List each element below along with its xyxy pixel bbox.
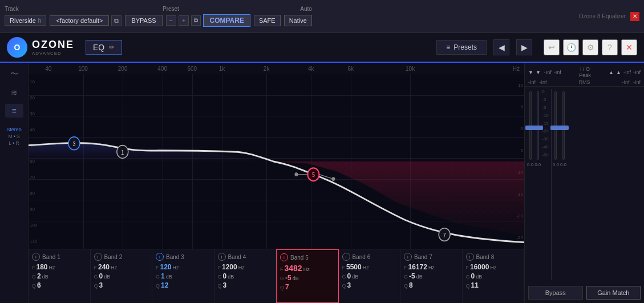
band-6-q: Q 3 [342,281,397,289]
band-6-item: i Band 6 F 5500 Hz G 0 dB Q 3 [339,249,401,303]
logo-icon: O [7,37,27,58]
prev-preset-button[interactable]: ◀ [493,39,509,55]
band-3-header: i Band 3 [156,253,210,261]
band-3-gain-val[interactable]: 1 [161,272,165,280]
band-5-gain: G -5 dB [280,274,335,282]
svg-text:3: 3 [72,140,75,147]
band-2-freq-val[interactable]: 240 [98,263,110,271]
band-2-info[interactable]: i [94,253,102,261]
band-6-q-val[interactable]: 3 [347,281,351,289]
band-4-freq-val[interactable]: 1200 [222,263,237,271]
fader-1-track[interactable] [529,91,532,160]
analyzer-icon[interactable]: ≡ [5,104,23,118]
band-5-gain-val[interactable]: -5 [285,274,291,282]
band-4-gain: G 0 dB [218,272,273,280]
band-6-gain-val[interactable]: 0 [347,272,351,280]
control-row: Riverside h <factory default> ⧉ BYPASS −… [5,14,312,27]
rms-in-vals: -Inf -Inf [528,79,547,85]
history-button[interactable]: 🕐 [563,39,579,55]
bypass-button[interactable]: BYPASS [125,15,162,26]
band-6-freq-val[interactable]: 5500 [346,263,362,271]
band-1-gain-val[interactable]: 2 [37,272,41,280]
band-3-item: i Band 3 F 120 Hz G 1 dB Q 12 [152,249,214,303]
top-bar: Track Preset Auto Riverside h <factory d… [0,0,644,33]
band-1-q-val[interactable]: 6 [37,281,41,289]
freq-6k: 6k [348,66,354,72]
preset-button[interactable]: <factory default> [50,15,109,26]
copy-icon-button[interactable]: ⧉ [191,15,201,26]
band-7-gain: G -5 dB [404,272,459,280]
bottom-buttons: Bypass Gain Match [525,282,644,303]
band-8-info[interactable]: i [466,253,474,261]
svg-text:7: 7 [443,232,446,239]
plus-button[interactable]: + [179,15,189,26]
band-8-q-val[interactable]: 11 [471,281,479,289]
band-5-freq-val[interactable]: 3482 [285,264,302,273]
fader-4-val: 0.0 [560,162,566,167]
safe-button[interactable]: SAFE [254,15,281,26]
band-5-info[interactable]: i [280,253,288,261]
band-4-info[interactable]: i [218,253,226,261]
band-4-q-val[interactable]: 3 [223,281,227,289]
m-label[interactable]: M [8,134,13,139]
bypass-bottom-button[interactable]: Bypass [528,286,583,300]
settings-button[interactable]: ⚙ [582,39,598,55]
band-6-info[interactable]: i [342,253,350,261]
close-button[interactable]: ✕ [630,12,639,21]
native-button[interactable]: Native [284,15,312,26]
band-1-gain-unit: dB [42,274,48,280]
plugin-name: Ozone 8 Equalizer [579,13,626,19]
fader-3-track[interactable] [554,91,557,160]
band-4-gain-val[interactable]: 0 [223,272,227,280]
band-8-freq-val[interactable]: 16000 [470,263,489,271]
help-button[interactable]: ? [602,39,618,55]
band-1-info[interactable]: i [32,253,40,261]
r-label[interactable]: R [15,140,19,146]
presets-button[interactable]: ≡ Presets [436,40,487,55]
close-module-button[interactable]: ✕ [621,39,637,55]
minus-button[interactable]: − [166,15,176,26]
next-preset-button[interactable]: ▶ [516,39,532,55]
fader-4-handle[interactable] [558,126,569,130]
fader-3-val: 0.0 [553,162,559,167]
minus-plus-group: − + ⧉ COMPARE [166,14,250,27]
band-7-freq-val[interactable]: 16172 [408,263,427,271]
band-1-f-label: F [32,265,35,270]
band-1-item: i Band 1 F 180 Hz G 2 dB Q 6 [29,249,91,303]
copy-preset-button[interactable]: ⧉ [111,15,121,26]
band-5-q-val[interactable]: 7 [285,283,289,291]
band-3-freq-val[interactable]: 120 [160,263,172,271]
band-8-header: i Band 8 [466,253,521,261]
band-8-gain-val[interactable]: 0 [471,272,475,280]
freq-10k: 10k [406,66,415,72]
undo-button[interactable]: ↩ [544,39,560,55]
spectrum-icon[interactable]: ≋ [5,86,23,99]
input-peak-2: -Inf [554,70,561,75]
compare-button[interactable]: COMPARE [203,14,250,27]
band-7-info[interactable]: i [404,253,412,261]
band-7-q-val[interactable]: 8 [409,281,413,289]
track-button[interactable]: Riverside h [5,15,46,26]
edit-icon[interactable]: ✏ [109,43,115,51]
s-label[interactable]: S [17,134,20,139]
band-7-freq: F 16172 Hz [404,263,459,271]
brand-text: OZONE ADVANCED [32,39,74,56]
band-2-gain-val[interactable]: 0 [99,272,103,280]
band-3-info[interactable]: i [156,253,164,261]
band-1-q: Q 6 [32,281,87,289]
fader-2-handle[interactable] [533,126,543,130]
band-3-gain: G 1 dB [156,272,210,280]
waveform-icon[interactable]: 〜 [5,67,23,81]
band-2-item: i Band 2 F 240 Hz G 0 dB Q 3 [91,249,153,303]
l-label[interactable]: L [9,140,11,146]
fader-4-track[interactable] [562,91,565,160]
gain-match-button[interactable]: Gain Match [586,286,641,300]
band-3-q-val[interactable]: 12 [161,281,168,289]
fader-2-track[interactable] [537,91,539,160]
fader-2-val: 0.0 [534,162,541,167]
band-7-gain-val[interactable]: -5 [409,272,415,280]
band-1-freq-val[interactable]: 180 [37,263,48,271]
band-2-q-val[interactable]: 3 [99,281,103,289]
svg-point-9 [331,177,335,181]
eq-canvas[interactable]: 10 20 30 40 50 60 70 80 90 100 110 10 5 … [29,74,524,249]
